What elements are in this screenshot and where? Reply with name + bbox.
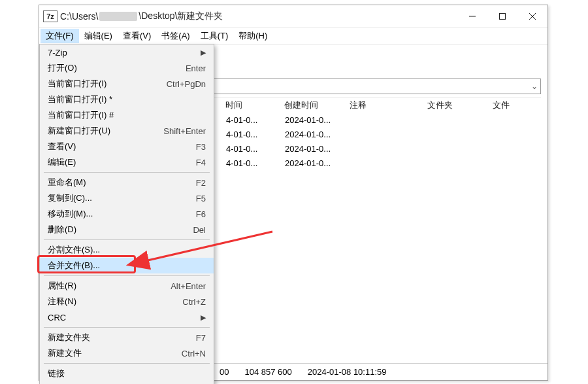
status-seg-3: 2024-01-08 10:11:59 — [304, 367, 391, 377]
menu-separator — [44, 363, 210, 364]
menu-item-label: 重命名(M) — [48, 177, 188, 188]
chevron-down-icon[interactable]: ⌄ — [531, 82, 538, 91]
menu-item[interactable]: 打开(O)Enter — [40, 60, 214, 76]
title-suffix: \Desktop\新建文件夹 — [139, 10, 223, 22]
redacted-user — [99, 12, 137, 21]
window-controls — [457, 5, 547, 27]
menu-item-label: CRC — [48, 313, 193, 323]
menu-item[interactable]: 查看(V) — [118, 29, 156, 43]
menu-item[interactable]: 属性(R)Alt+Enter — [40, 278, 214, 294]
menu-item-label: 分割文件(S)... — [48, 244, 206, 256]
chevron-right-icon: ▶ — [201, 48, 206, 57]
window-title: C:\Users\ \Desktop\新建文件夹 — [60, 10, 457, 22]
cell-ctime: 2024-01-0... — [281, 115, 346, 125]
menu-item-label: 7-Zip — [48, 48, 193, 58]
cell-mtime: 4-01-0... — [222, 144, 281, 154]
menu-item[interactable]: 书签(A) — [156, 29, 195, 43]
menubar: 文件(F)编辑(E)查看(V)书签(A)工具(T)帮助(H) — [39, 27, 547, 44]
menu-item-accelerator: F2 — [196, 178, 206, 188]
cell-mtime: 4-01-0... — [222, 115, 281, 125]
menu-item[interactable]: 注释(N)Ctrl+Z — [40, 294, 214, 309]
menu-item-accelerator: F3 — [196, 142, 206, 152]
menu-item[interactable]: 重命名(M)F2 — [40, 175, 214, 190]
menu-item[interactable]: 工具(T) — [195, 29, 234, 43]
menu-item-label: 当前窗口打开(I) — [48, 78, 159, 90]
menu-item-label: 链接 — [48, 368, 206, 379]
column-header[interactable]: 文件夹 — [423, 99, 489, 111]
menu-item[interactable]: CRC▶ — [40, 309, 214, 325]
menu-item[interactable]: 7-Zip▶ — [40, 44, 214, 60]
svg-rect-1 — [500, 13, 506, 19]
maximize-button[interactable] — [487, 5, 517, 27]
menu-item[interactable]: 当前窗口打开(I) # — [40, 107, 214, 123]
cell-mtime: 4-01-0... — [222, 130, 281, 139]
menu-item-label: 复制到(C)... — [48, 192, 188, 204]
menu-item-label: 合并文件(B)... — [48, 260, 206, 271]
cell-ctime: 2024-01-0... — [281, 130, 346, 139]
menu-item[interactable]: 新建窗口打开(U)Shift+Enter — [40, 123, 214, 139]
menu-item-accelerator: F7 — [196, 333, 206, 343]
menu-item[interactable]: 编辑(E)F4 — [40, 154, 214, 170]
menu-separator — [44, 172, 210, 173]
menu-item[interactable]: 复制到(C)...F5 — [40, 190, 214, 206]
cell-ctime: 2024-01-0... — [281, 144, 346, 154]
menu-item[interactable]: 编辑(E) — [79, 29, 118, 43]
column-header[interactable]: 创建时间 — [280, 99, 346, 111]
status-seg-1: 00 — [216, 367, 233, 377]
minimize-button[interactable] — [457, 5, 487, 27]
menu-item-label: 删除(D) — [48, 224, 185, 236]
menu-item-label: 查看(V) — [48, 141, 188, 152]
column-header[interactable]: 时间 — [221, 99, 280, 111]
menu-item[interactable]: 当前窗口打开(I) * — [40, 92, 214, 107]
menu-item-label: 注释(N) — [48, 296, 174, 307]
title-prefix: C:\Users\ — [60, 11, 98, 22]
menu-separator — [44, 239, 210, 240]
menu-item-label: 新建文件 — [48, 347, 174, 359]
menu-item-accelerator: Del — [193, 225, 206, 235]
menu-item[interactable]: 帮助(H) — [233, 29, 272, 43]
menu-item[interactable]: 分割文件(S)... — [40, 242, 214, 258]
app-icon: 7z — [43, 10, 57, 22]
menu-item-accelerator: Enter — [186, 63, 206, 73]
status-seg-2: 104 857 600 — [240, 367, 295, 377]
menu-item[interactable]: 文件(F) — [41, 29, 79, 43]
menu-item-accelerator: Alt+Enter — [171, 281, 206, 291]
column-header[interactable]: 注释 — [346, 99, 424, 111]
menu-item-accelerator: Ctrl+N — [182, 349, 206, 358]
titlebar: 7z C:\Users\ \Desktop\新建文件夹 — [39, 5, 547, 27]
menu-item-label: 新建窗口打开(U) — [48, 125, 155, 137]
file-menu-dropdown: 7-Zip▶打开(O)Enter当前窗口打开(I)Ctrl+PgDn当前窗口打开… — [39, 44, 214, 384]
menu-item-label: 移动到(M)... — [48, 208, 188, 220]
menu-item[interactable]: 合并文件(B)... — [40, 258, 214, 273]
menu-item-label: 打开(O) — [48, 62, 178, 74]
menu-item-label: 当前窗口打开(I) # — [48, 109, 206, 121]
menu-item[interactable]: 查看(V)F3 — [40, 139, 214, 154]
menu-item-label: 属性(R) — [48, 280, 163, 292]
menu-item-label: 编辑(E) — [48, 156, 188, 168]
menu-separator — [44, 275, 210, 276]
menu-item-accelerator: F6 — [196, 209, 206, 219]
chevron-right-icon: ▶ — [201, 313, 206, 322]
menu-item[interactable]: 交替数据流(A) — [40, 381, 214, 384]
menu-item-accelerator: F5 — [196, 194, 206, 203]
menu-item-accelerator: F4 — [196, 158, 206, 167]
column-header[interactable]: 文件 — [489, 99, 541, 111]
cell-ctime: 2024-01-0... — [281, 158, 346, 168]
menu-item[interactable]: 当前窗口打开(I)Ctrl+PgDn — [40, 76, 214, 92]
menu-item[interactable]: 链接 — [40, 366, 214, 381]
menu-item-accelerator: Ctrl+Z — [182, 297, 206, 307]
menu-item[interactable]: 新建文件夹F7 — [40, 330, 214, 345]
menu-item-accelerator: Shift+Enter — [163, 126, 206, 136]
menu-item-label: 当前窗口打开(I) * — [48, 94, 206, 105]
menu-item[interactable]: 删除(D)Del — [40, 222, 214, 237]
menu-item-label: 新建文件夹 — [48, 332, 188, 343]
cell-mtime: 4-01-0... — [222, 158, 281, 168]
menu-item[interactable]: 新建文件Ctrl+N — [40, 345, 214, 361]
menu-separator — [44, 327, 210, 328]
close-button[interactable] — [517, 5, 547, 27]
menu-item[interactable]: 移动到(M)...F6 — [40, 206, 214, 222]
menu-item-accelerator: Ctrl+PgDn — [167, 79, 206, 89]
